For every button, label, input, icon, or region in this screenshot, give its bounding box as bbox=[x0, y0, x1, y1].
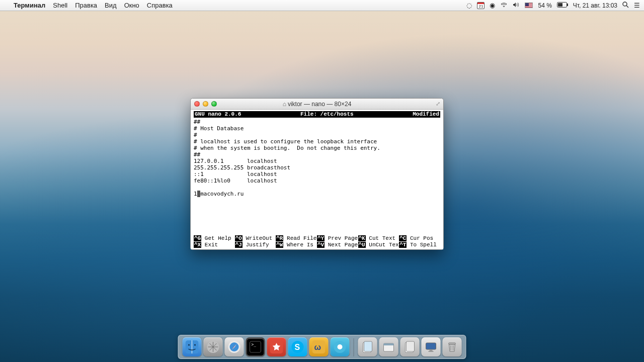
nano-filename: File: /etc/hosts bbox=[241, 111, 413, 118]
dock-safari-icon[interactable] bbox=[225, 337, 244, 356]
svg-point-19 bbox=[338, 344, 343, 349]
svg-rect-28 bbox=[429, 351, 434, 352]
file-line-tail: macovodych.ru bbox=[200, 191, 244, 197]
shortcut-key: ^X bbox=[194, 242, 201, 248]
file-line: ## bbox=[194, 151, 200, 158]
dock-app-icon[interactable] bbox=[331, 337, 350, 356]
shortcut-key: ^T bbox=[399, 242, 407, 248]
dock-display-icon[interactable] bbox=[422, 337, 441, 356]
dock-skype-icon[interactable]: S bbox=[288, 337, 307, 356]
dock-separator bbox=[354, 338, 354, 356]
nano-shortcut-bar: ^G Get Help ^O WriteOut ^R Read File ^Y … bbox=[194, 235, 440, 248]
nano-modified-indicator: Modified bbox=[413, 111, 439, 118]
shortcut-label: Cut Text bbox=[366, 235, 403, 241]
clock[interactable]: Чт, 21 авг. 13:03 bbox=[573, 2, 617, 9]
shortcut-label: Where Is bbox=[283, 242, 320, 248]
close-button[interactable] bbox=[194, 101, 200, 107]
svg-point-6 bbox=[188, 344, 190, 346]
svg-text:>_: >_ bbox=[252, 342, 257, 347]
file-line: ::1 localhost bbox=[194, 171, 277, 177]
shortcut-key: ^R bbox=[276, 235, 283, 241]
wifi-icon[interactable] bbox=[500, 2, 508, 9]
shortcut-label: Read File bbox=[283, 235, 320, 241]
svg-rect-25 bbox=[407, 341, 415, 351]
home-icon: ⌂ bbox=[283, 101, 286, 108]
file-line: # Host Database bbox=[194, 125, 244, 132]
terminal-content[interactable]: GNU nano 2.0.6 File: /etc/hosts Modified… bbox=[191, 110, 443, 249]
svg-rect-21 bbox=[364, 341, 372, 351]
shortcut-label: Exit bbox=[201, 242, 238, 248]
svg-point-3 bbox=[623, 2, 627, 6]
menu-shell[interactable]: Shell bbox=[53, 2, 67, 9]
window-title-text: viktor — nano — 80×24 bbox=[288, 101, 351, 108]
dock-launchpad-icon[interactable] bbox=[204, 337, 223, 356]
svg-text:ω: ω bbox=[314, 343, 321, 351]
svg-text:S: S bbox=[295, 343, 300, 351]
window-titlebar[interactable]: ⌂viktor — nano — 80×24 ⤢ bbox=[191, 99, 443, 110]
input-source-flag-icon[interactable] bbox=[525, 3, 533, 8]
notification-center-icon[interactable]: ☰ bbox=[634, 2, 640, 9]
file-line: 255.255.255.255 broadcasthost bbox=[194, 164, 290, 171]
app-menu[interactable]: Терминал bbox=[14, 2, 45, 9]
shortcut-label: Next Page bbox=[325, 242, 361, 248]
dock-wacom-icon[interactable]: ω bbox=[309, 337, 329, 356]
menu-help[interactable]: Справка bbox=[147, 2, 173, 9]
dock: >_ S ω bbox=[178, 335, 466, 359]
calendar-day: 21 bbox=[479, 4, 484, 9]
dock-wunderlist-icon[interactable] bbox=[267, 337, 286, 356]
shortcut-key: ^K bbox=[358, 235, 366, 241]
minimize-button[interactable] bbox=[203, 101, 208, 107]
dock-finder-icon[interactable] bbox=[183, 337, 202, 356]
shortcut-label: UnCut Text bbox=[366, 242, 403, 248]
menu-bar: Терминал Shell Правка Вид Окно Справка ◌… bbox=[0, 0, 644, 11]
svg-rect-23 bbox=[384, 343, 394, 345]
dock-documents-icon[interactable] bbox=[358, 337, 377, 356]
shortcut-key: ^U bbox=[358, 242, 366, 248]
svg-rect-27 bbox=[430, 350, 433, 351]
battery-percentage[interactable]: 54 % bbox=[538, 2, 551, 9]
menu-view[interactable]: Вид bbox=[105, 2, 117, 9]
zoom-button[interactable] bbox=[211, 101, 217, 107]
nano-editor-body[interactable]: ## # Host Database # # localhost is used… bbox=[194, 118, 440, 235]
svg-rect-26 bbox=[426, 343, 436, 349]
terminal-window: ⌂viktor — nano — 80×24 ⤢ GNU nano 2.0.6 … bbox=[190, 98, 444, 250]
dock-downloads-icon[interactable] bbox=[379, 337, 398, 356]
dock-terminal-icon[interactable]: >_ bbox=[246, 337, 265, 356]
shortcut-key: ^G bbox=[194, 235, 201, 241]
nano-titlebar: GNU nano 2.0.6 File: /etc/hosts Modified bbox=[194, 111, 440, 118]
spotlight-icon[interactable] bbox=[622, 2, 629, 10]
menu-edit[interactable]: Правка bbox=[75, 2, 97, 9]
volume-icon[interactable] bbox=[513, 2, 520, 9]
shortcut-label: Prev Page bbox=[325, 235, 361, 241]
calendar-menubar-icon[interactable]: 21 bbox=[477, 2, 485, 9]
shortcut-label: WriteOut bbox=[243, 235, 279, 241]
file-line: 1 bbox=[194, 191, 197, 197]
shortcut-key: ^Y bbox=[317, 235, 325, 241]
svg-rect-2 bbox=[558, 3, 562, 7]
file-line: 127.0.0.1 localhost bbox=[194, 158, 277, 164]
shortcut-label: Justify bbox=[243, 242, 279, 248]
menu-window[interactable]: Окно bbox=[124, 2, 139, 9]
record-icon[interactable]: ◉ bbox=[490, 2, 495, 9]
shortcut-key: ^W bbox=[276, 242, 283, 248]
sync-icon[interactable]: ◌ bbox=[466, 2, 472, 9]
svg-line-4 bbox=[626, 6, 628, 8]
battery-icon[interactable] bbox=[557, 2, 568, 9]
shortcut-key: ^C bbox=[399, 235, 407, 241]
file-line: ## bbox=[194, 119, 200, 125]
dock-trash-icon[interactable] bbox=[443, 337, 462, 356]
fullscreen-icon[interactable]: ⤢ bbox=[436, 101, 440, 107]
nano-version: GNU nano 2.0.6 bbox=[195, 111, 241, 118]
svg-rect-1 bbox=[567, 4, 568, 6]
shortcut-key: ^O bbox=[235, 235, 243, 241]
file-line: # when the system is booting. Do not cha… bbox=[194, 145, 380, 151]
shortcut-label: To Spell bbox=[407, 242, 436, 248]
shortcut-key: ^J bbox=[235, 242, 243, 248]
svg-point-7 bbox=[194, 344, 196, 346]
dock-folder-icon[interactable] bbox=[400, 337, 420, 356]
file-line: fe80::1%lo0 localhost bbox=[194, 177, 277, 184]
shortcut-label: Get Help bbox=[201, 235, 238, 241]
file-line: # localhost is used to configure the loo… bbox=[194, 138, 377, 145]
svg-rect-29 bbox=[449, 343, 456, 344]
window-title: ⌂viktor — nano — 80×24 bbox=[191, 101, 443, 108]
